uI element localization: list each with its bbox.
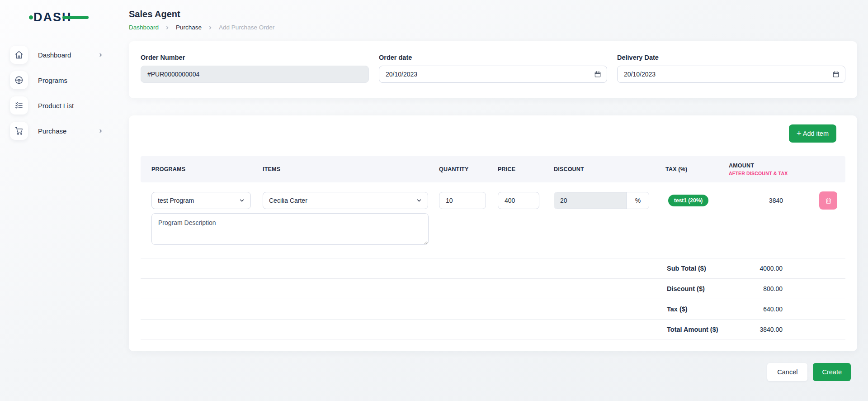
- cancel-button[interactable]: Cancel: [767, 363, 807, 381]
- discount-total-label: Discount ($): [667, 285, 705, 292]
- sidebar-item-label: Purchase: [38, 127, 66, 135]
- amount-value: 3840: [729, 197, 808, 204]
- trash-icon: [825, 197, 832, 205]
- sidebar-item-product-list[interactable]: Product List: [0, 95, 118, 116]
- discount-total-row: Discount ($) 800.00: [141, 278, 845, 299]
- chevron-right-icon: [208, 25, 212, 30]
- chevron-right-icon: [165, 25, 170, 30]
- steering-wheel-icon: [10, 71, 28, 89]
- create-button[interactable]: Create: [813, 363, 851, 381]
- total-amount-value: 3840.00: [760, 326, 783, 333]
- column-amount-subtitle: AFTER DISCOUNT & TAX: [729, 171, 808, 176]
- tax-total-value: 640.00: [763, 306, 783, 313]
- total-amount-label: Total Amount ($): [667, 326, 718, 333]
- sidebar: DASH Dashboard Programs Product List: [0, 0, 118, 401]
- items-card: + Add item PROGRAMS ITEMS QUANTITY PRICE…: [129, 115, 857, 351]
- tax-badge: test1 (20%): [668, 195, 708, 206]
- sidebar-nav: Dashboard Programs Product List Purchase: [0, 44, 118, 146]
- order-meta-card: Order Number Order date Delivery Date: [129, 41, 857, 98]
- page-title: Sales Agent: [129, 0, 857, 19]
- main-content: Sales Agent Dashboard Purchase Add Purch…: [129, 0, 857, 381]
- program-select[interactable]: test Program: [151, 192, 251, 209]
- delivery-date-input[interactable]: [617, 66, 845, 83]
- order-number-label: Order Number: [141, 54, 369, 61]
- sidebar-item-dashboard[interactable]: Dashboard: [0, 44, 118, 65]
- sidebar-item-programs[interactable]: Programs: [0, 70, 118, 91]
- column-tax: TAX (%): [665, 166, 729, 172]
- breadcrumb-link-dashboard[interactable]: Dashboard: [129, 24, 159, 31]
- logo-dot: [29, 15, 33, 19]
- sidebar-item-purchase[interactable]: Purchase: [0, 120, 118, 141]
- column-price: PRICE: [498, 166, 554, 172]
- tax-total-row: Tax ($) 640.00: [141, 299, 845, 319]
- sidebar-item-label: Product List: [38, 102, 74, 110]
- column-programs: PROGRAMS: [141, 166, 263, 172]
- subtotal-row: Sub Total ($) 4000.00: [141, 258, 845, 278]
- sidebar-item-label: Dashboard: [38, 51, 71, 59]
- chevron-right-icon: [98, 53, 103, 57]
- items-table-header: PROGRAMS ITEMS QUANTITY PRICE DISCOUNT T…: [141, 156, 845, 182]
- sidebar-item-label: Programs: [38, 76, 67, 84]
- delete-item-button[interactable]: [819, 191, 837, 210]
- column-items: ITEMS: [263, 166, 439, 172]
- price-input[interactable]: [498, 192, 539, 209]
- add-item-button[interactable]: + Add item: [789, 124, 836, 143]
- brand-logo[interactable]: DASH: [29, 10, 92, 24]
- item-row: test Program Cecilia Carter: [141, 182, 845, 210]
- column-discount: DISCOUNT: [554, 166, 665, 172]
- column-quantity: QUANTITY: [439, 166, 498, 172]
- subtotal-label: Sub Total ($): [667, 265, 706, 272]
- discount-input-group: %: [554, 192, 649, 209]
- home-icon: [10, 46, 28, 64]
- description-textarea[interactable]: [151, 213, 429, 245]
- delivery-date-field: Delivery Date: [617, 54, 845, 83]
- discount-total-value: 800.00: [763, 285, 783, 292]
- breadcrumb: Dashboard Purchase Add Purchase Order: [129, 24, 857, 31]
- order-number-input: [141, 66, 369, 83]
- items-select[interactable]: Cecilia Carter: [263, 192, 428, 209]
- discount-input: [554, 192, 627, 209]
- column-amount: AMOUNT AFTER DISCOUNT & TAX: [729, 162, 808, 176]
- order-date-input[interactable]: [379, 66, 607, 83]
- subtotal-value: 4000.00: [760, 265, 783, 272]
- shopping-cart-icon: [10, 122, 28, 140]
- list-check-icon: [10, 96, 28, 115]
- quantity-input[interactable]: [439, 192, 486, 209]
- percent-addon: %: [627, 192, 649, 209]
- delivery-date-label: Delivery Date: [617, 54, 845, 61]
- logo-bar: [62, 16, 89, 19]
- plus-icon: +: [797, 129, 802, 138]
- chevron-right-icon: [98, 129, 103, 134]
- footer-actions: Cancel Create: [129, 363, 857, 381]
- totals-section: Sub Total ($) 4000.00 Discount ($) 800.0…: [141, 258, 845, 339]
- breadcrumb-item-purchase[interactable]: Purchase: [176, 24, 202, 31]
- order-date-field: Order date: [379, 54, 607, 83]
- order-date-label: Order date: [379, 54, 607, 61]
- add-item-label: Add item: [803, 130, 829, 137]
- order-number-field: Order Number: [141, 54, 369, 83]
- breadcrumb-item-add-purchase-order: Add Purchase Order: [219, 24, 274, 31]
- total-amount-row: Total Amount ($) 3840.00: [141, 319, 845, 339]
- tax-total-label: Tax ($): [667, 306, 688, 313]
